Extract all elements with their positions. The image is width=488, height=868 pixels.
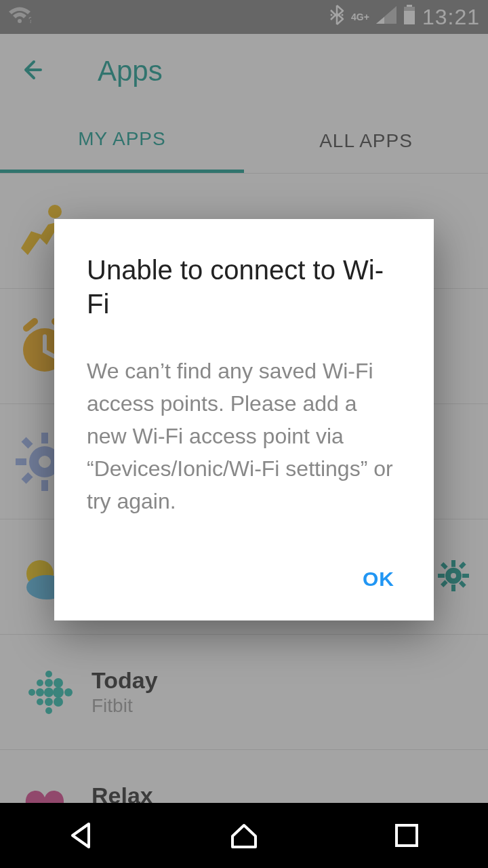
dialog-body: We can’t find any saved Wi-Fi access poi… [87, 355, 401, 517]
dialog-title: Unable to connect to Wi-Fi [87, 253, 401, 321]
nav-home-icon[interactable] [224, 815, 264, 856]
nav-back-icon[interactable] [61, 815, 102, 856]
system-nav-bar [0, 803, 488, 868]
svg-rect-42 [396, 825, 417, 846]
dialog-ok-button[interactable]: OK [356, 558, 401, 600]
nav-recent-icon[interactable] [386, 815, 427, 856]
wifi-error-dialog: Unable to connect to Wi-Fi We can’t find… [54, 219, 434, 620]
